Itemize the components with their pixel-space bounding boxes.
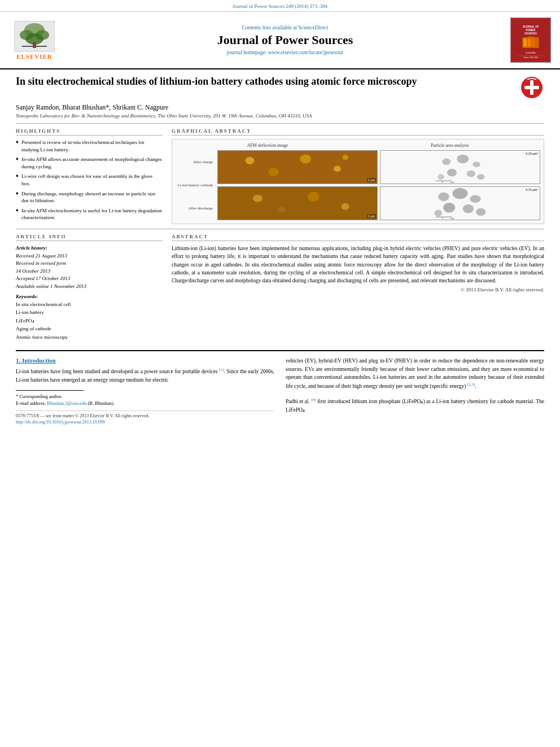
divider-2 [16, 229, 544, 229]
paper-title-section: In situ electrochemical studies of lithi… [16, 75, 544, 100]
revised-date: 14 October 2013 [16, 268, 163, 276]
afm-label: AFM deflection image [247, 143, 288, 148]
authors: Sanjay Ramdon, Bharat Bhushan*, Shrikant… [16, 103, 544, 112]
elsevier-logo: ELSEVIER [9, 21, 60, 60]
afm-particles-discharge [218, 187, 377, 220]
footer-doi[interactable]: http://dx.doi.org/10.1016/j.jpowsour.201… [16, 420, 274, 425]
journal-cover-image: JOURNAL OF POWER SOURCES ELSEVIER Volume… [510, 18, 551, 63]
available-date: Available online 1 November 2013 [16, 283, 163, 291]
email-link[interactable]: Bhushan.2@osu.edu [47, 400, 86, 406]
svg-text:3 μm: 3 μm [450, 181, 454, 184]
highlight-item-4: During discharge, morphology showed an i… [16, 190, 163, 204]
svg-point-39 [443, 203, 455, 212]
keyword-1: In situ electrochemical cell [16, 300, 163, 308]
graphical-abstract-label: GRAPHICAL ABSTRACT [172, 128, 544, 136]
svg-rect-5 [33, 42, 36, 48]
svg-point-31 [477, 174, 485, 180]
crossmark-icon [519, 75, 544, 100]
keywords-list: In situ electrochemical cell Li-ion batt… [16, 300, 163, 341]
intro-para-3: Padhi et al. [4] first introduced lithiu… [286, 397, 544, 414]
svg-point-37 [452, 188, 467, 199]
article-info-label: ARTICLE INFO [16, 234, 163, 241]
svg-text:SOURCES: SOURCES [524, 32, 537, 35]
highlight-item-3: Li-wire cell design was chosen for ease … [16, 173, 163, 187]
scale-bar-1: 2 μm [367, 178, 376, 182]
svg-text:POWER: POWER [526, 29, 536, 32]
cover-image-icon: JOURNAL OF POWER SOURCES ELSEVIER Volume… [511, 20, 550, 60]
after-charge-label: After charge [176, 160, 213, 164]
svg-text:0: 0 [442, 181, 443, 184]
journal-center: Contents lists available at ScienceDirec… [65, 25, 505, 55]
journal-header: ELSEVIER Contents lists available at Sci… [0, 12, 560, 69]
journal-citation: Journal of Power Sources 249 (2014) 373–… [233, 3, 327, 9]
abstract-label: ABSTRACT [172, 234, 544, 241]
afm-column-labels: AFM deflection image Particle area analy… [176, 143, 540, 148]
keyword-2: Li-ion battery [16, 308, 163, 316]
svg-point-38 [470, 195, 480, 203]
elsevier-tree-icon [14, 21, 55, 52]
svg-point-25 [442, 159, 450, 165]
highlight-item-2: In-situ AFM allows accurate measurement … [16, 156, 163, 170]
svg-rect-6 [22, 46, 47, 47]
footnote: * Corresponding author. E-mail address: … [16, 393, 274, 408]
scale-bar-2: 2 μm [367, 214, 376, 219]
footer-bar: 0378-7753/$ — see front matter © 2013 El… [16, 410, 274, 418]
revised-label: Received in revised form [16, 260, 163, 268]
svg-point-41 [435, 210, 443, 217]
sciencedirect-link[interactable]: Contents lists available at ScienceDirec… [65, 25, 505, 30]
afm-images-grid: 2 μm 0.20 μm² [217, 150, 540, 220]
afm-row-labels: After charge Li-ion battery cathode Afte… [176, 150, 215, 220]
scatter-chart-2: 0 3 μm [380, 187, 540, 220]
intro-para-1: Li-ion batteries have long been studied … [16, 367, 274, 385]
article-info-section: ARTICLE INFO Article history: Received 2… [16, 234, 163, 341]
email-line: E-mail address: Bhushan.2@osu.edu (B. Bh… [16, 400, 274, 407]
footer-issn: 0378-7753/$ — see front matter © 2013 El… [16, 413, 150, 418]
intro-heading: 1. Introduction [16, 357, 274, 364]
intro-left: 1. Introduction Li-ion batteries have lo… [16, 357, 274, 425]
footnote-divider [16, 390, 84, 391]
divider-1 [16, 123, 544, 124]
keywords-title: Keywords: [16, 294, 38, 299]
article-history-title: Article history: [16, 244, 163, 252]
journal-citation-bar: Journal of Power Sources 249 (2014) 373–… [0, 0, 560, 12]
highlight-item-5: In-situ AFM electrochemistry is useful f… [16, 207, 163, 221]
afm-cell-charge-analysis: 0.20 μm² [380, 150, 540, 184]
main-content: 1. Introduction Li-ion batteries have lo… [16, 350, 544, 425]
highlights-abstract-section: HIGHLIGHTS Presented is review of in-sit… [16, 128, 544, 224]
intro-right: vehicles (EV), hybrid-EV (HEV) and plug … [286, 357, 544, 425]
scale-value-1: 0.20 μm² [526, 152, 538, 155]
highlights-section: HIGHLIGHTS Presented is review of in-sit… [16, 128, 163, 224]
paper-body: In situ electrochemical studies of lithi… [0, 69, 560, 436]
intro-para-2: vehicles (EV), hybrid-EV (HEV) and plug … [286, 357, 544, 391]
afm-cell-charge: 2 μm [217, 150, 378, 184]
svg-point-28 [447, 169, 457, 177]
journal-title: Journal of Power Sources [65, 33, 505, 47]
abstract-copyright: © 2013 Elsevier B.V. All rights reserved… [172, 287, 544, 292]
keywords-section: Keywords: In situ electrochemical cell L… [16, 294, 163, 341]
cathode-label: Li-ion battery cathode [176, 183, 213, 187]
article-info-abstract-section: ARTICLE INFO Article history: Received 2… [16, 234, 544, 341]
highlights-label: HIGHLIGHTS [16, 128, 163, 136]
afm-rows: After charge Li-ion battery cathode Afte… [176, 150, 540, 220]
svg-rect-14 [523, 38, 526, 46]
svg-text:0: 0 [442, 217, 443, 220]
sciencedirect-text: ScienceDirect [298, 25, 328, 30]
svg-rect-16 [532, 38, 535, 46]
svg-point-42 [476, 208, 485, 216]
abstract-section: ABSTRACT Lithium-ion (Li-ion) batteries … [172, 234, 544, 341]
svg-point-27 [473, 161, 480, 167]
graphical-abstract-section: GRAPHICAL ABSTRACT AFM deflection image … [172, 128, 544, 224]
after-discharge-label: After discharge [176, 206, 213, 211]
corresponding-author: * Corresponding author. [16, 393, 274, 400]
journal-homepage: journal homepage: www.elsevier.com/locat… [65, 50, 505, 55]
accepted-date: Accepted 17 October 2013 [16, 275, 163, 283]
elsevier-wordmark: ELSEVIER [16, 53, 53, 60]
svg-point-30 [438, 174, 444, 180]
keyword-3: LiFePO₄ [16, 317, 163, 325]
svg-rect-15 [528, 38, 531, 46]
particle-label: Particle area analysis [431, 143, 469, 148]
afm-diagram: AFM deflection image Particle area analy… [172, 139, 544, 224]
affiliation: Nanoprobe Laboratory for Bio- & Nanotech… [16, 113, 544, 119]
abstract-text: Lithium-ion (Li-ion) batteries have been… [172, 244, 544, 285]
svg-text:3 μm: 3 μm [450, 217, 454, 220]
